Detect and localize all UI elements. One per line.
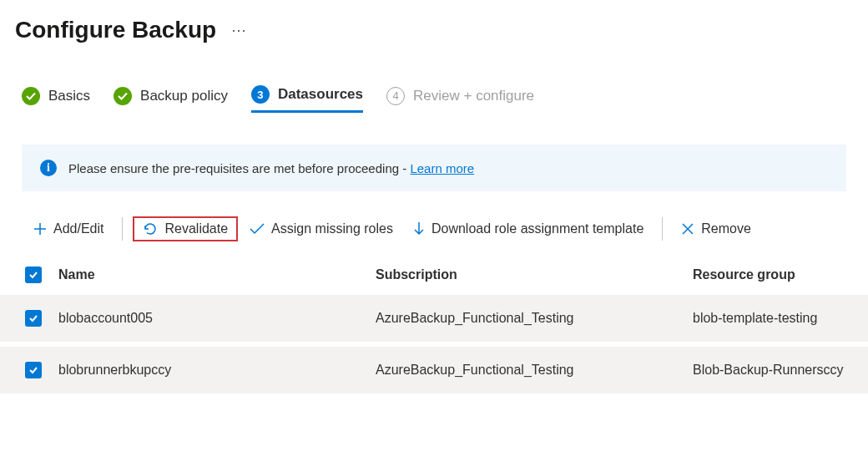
tab-label: Basics — [48, 88, 90, 104]
button-label: Add/Edit — [53, 221, 103, 236]
table-header-row: Name Subscription Resource group — [0, 255, 868, 295]
divider — [662, 217, 663, 241]
button-label: Remove — [701, 221, 751, 236]
info-banner: i Please ensure the pre-requisites are m… — [22, 145, 846, 191]
column-header-name[interactable]: Name — [58, 267, 376, 282]
cell-resource-group: Blob-Backup-Runnersccy — [693, 363, 846, 378]
row-checkbox[interactable] — [25, 310, 42, 327]
download-icon — [413, 221, 425, 236]
button-label: Assign missing roles — [271, 221, 393, 236]
learn-more-link[interactable]: Learn more — [410, 161, 474, 175]
more-icon[interactable]: ⋯ — [231, 21, 248, 39]
cell-subscription: AzureBackup_Functional_Testing — [376, 363, 693, 378]
column-header-subscription[interactable]: Subscription — [376, 267, 693, 282]
check-icon — [250, 223, 265, 235]
button-label: Download role assignment template — [431, 221, 643, 236]
revalidate-button[interactable]: Revalidate — [133, 216, 238, 241]
check-icon — [114, 87, 132, 105]
table-row[interactable]: blobrunnerbkupccy AzureBackup_Functional… — [0, 347, 868, 393]
cell-name: blobrunnerbkupccy — [58, 363, 376, 378]
select-all-checkbox[interactable] — [25, 267, 42, 283]
row-checkbox[interactable] — [25, 362, 42, 378]
download-template-button[interactable]: Download role assignment template — [405, 216, 652, 241]
tab-backup-policy[interactable]: Backup policy — [114, 87, 228, 112]
table-row[interactable]: blobaccount005 AzureBackup_Functional_Te… — [0, 295, 868, 342]
tab-label: Backup policy — [140, 88, 228, 104]
add-edit-button[interactable]: Add/Edit — [25, 216, 112, 241]
assign-roles-button[interactable]: Assign missing roles — [241, 216, 401, 241]
check-icon — [22, 87, 40, 105]
close-icon — [681, 222, 694, 236]
plus-icon — [33, 222, 47, 236]
wizard-tabs: Basics Backup policy 3 Datasources 4 Rev… — [0, 52, 868, 113]
page-title: Configure Backup — [15, 17, 216, 43]
toolbar: Add/Edit Revalidate Assign missing roles… — [0, 191, 868, 255]
cell-name: blobaccount005 — [58, 311, 376, 326]
step-number-badge: 4 — [386, 87, 405, 105]
banner-text: Please ensure the pre-requisites are met… — [68, 161, 410, 175]
column-header-resource-group[interactable]: Resource group — [693, 267, 846, 282]
tab-label: Datasources — [278, 86, 363, 103]
divider — [122, 217, 123, 241]
info-icon: i — [40, 160, 57, 176]
tab-review-configure: 4 Review + configure — [386, 87, 534, 112]
tab-datasources[interactable]: 3 Datasources — [251, 85, 363, 113]
button-label: Revalidate — [164, 221, 228, 236]
tab-basics[interactable]: Basics — [22, 87, 90, 112]
tab-label: Review + configure — [413, 88, 534, 104]
datasources-table: Name Subscription Resource group blobacc… — [0, 255, 868, 393]
cell-resource-group: blob-template-testing — [693, 311, 846, 326]
refresh-icon — [143, 221, 158, 236]
remove-button[interactable]: Remove — [673, 216, 760, 241]
cell-subscription: AzureBackup_Functional_Testing — [376, 311, 693, 326]
step-number-badge: 3 — [251, 85, 270, 104]
